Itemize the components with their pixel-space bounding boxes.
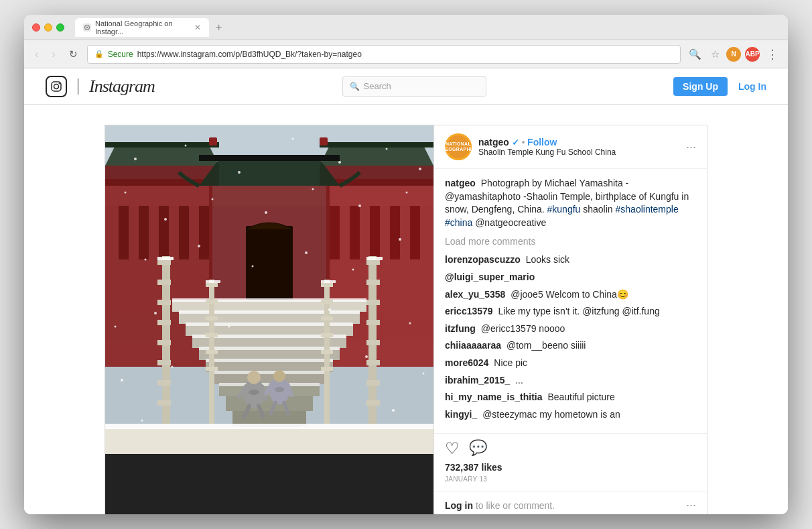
svg-marker-30 xyxy=(199,159,340,186)
commenter-username[interactable]: itzfung xyxy=(445,323,476,334)
svg-rect-25 xyxy=(350,206,360,259)
comment-more-icon[interactable]: ··· xyxy=(686,498,696,512)
comment-icon[interactable]: 💬 xyxy=(469,439,487,458)
address-bar[interactable]: 🔒 Secure https://www.instagram.com/p/Bd3… xyxy=(87,45,681,64)
svg-rect-13 xyxy=(209,137,217,145)
bookmark-icon-button[interactable]: ☆ xyxy=(708,46,722,63)
login-inline-link[interactable]: Log in xyxy=(445,500,473,511)
separator: • xyxy=(522,137,525,147)
caption-username[interactable]: natgeo xyxy=(445,178,476,188)
svg-rect-81 xyxy=(321,283,333,287)
ig-post-comments[interactable]: natgeo Photograph by Michael Yamashita -… xyxy=(434,169,707,433)
ig-post-header-info: natgeo ✓ • Follow Shaolin Temple Kung Fu… xyxy=(478,137,679,157)
commenter-username[interactable]: ericc13579 xyxy=(445,306,493,316)
tab-title: National Geographic on Instagr... xyxy=(95,19,188,36)
back-button[interactable]: ‹ xyxy=(31,46,42,63)
post-username[interactable]: natgeo xyxy=(478,137,509,148)
svg-rect-66 xyxy=(366,320,380,325)
post-more-icon[interactable]: ··· xyxy=(686,140,696,154)
commenter-username[interactable]: hi_my_name_is_thitia xyxy=(445,392,543,402)
login-link[interactable]: Log In xyxy=(738,81,766,92)
forward-button[interactable]: › xyxy=(48,46,59,63)
svg-point-120 xyxy=(252,266,254,268)
ig-header: Instagram 🔍 Search Sign Up Log In xyxy=(24,68,788,105)
svg-point-104 xyxy=(134,158,137,160)
commenter-username[interactable]: kingyi_ xyxy=(445,409,477,420)
svg-point-127 xyxy=(328,308,331,311)
svg-point-131 xyxy=(365,355,368,358)
svg-point-111 xyxy=(125,192,127,194)
new-tab-button[interactable]: + xyxy=(212,21,226,34)
ig-timestamp: JANUARY 13 xyxy=(445,475,696,483)
active-tab[interactable]: National Geographic on Instagr... ✕ xyxy=(75,18,209,37)
svg-point-5 xyxy=(59,82,60,84)
like-icon[interactable]: ♡ xyxy=(445,439,460,458)
svg-rect-63 xyxy=(366,259,380,265)
commenter-username[interactable]: chiiaaaaaraa xyxy=(445,340,501,351)
ig-photo-side xyxy=(105,125,433,514)
ig-logo-divider xyxy=(78,78,78,95)
svg-rect-28 xyxy=(410,206,420,259)
comment-text: @jooe5 Welcom to China😊 xyxy=(511,289,628,300)
ig-caption: natgeo Photograph by Michael Yamashita -… xyxy=(445,177,696,229)
svg-rect-31 xyxy=(199,155,340,161)
svg-rect-61 xyxy=(157,257,174,260)
svg-rect-68 xyxy=(366,360,380,365)
commenter-username[interactable]: more6024 xyxy=(445,357,488,368)
svg-rect-32 xyxy=(246,226,293,300)
ig-main: NATIONALGEOGRAPHIC natgeo ✓ • Follow xyxy=(24,105,788,514)
close-button[interactable] xyxy=(32,23,40,32)
svg-point-4 xyxy=(54,84,59,89)
commenter-username[interactable]: alex_yu_5358 xyxy=(445,289,505,300)
svg-rect-49 xyxy=(206,359,333,362)
ig-post-actions: ♡ 💬 732,387 likes JANUARY 13 xyxy=(434,433,707,491)
browser-tabs: National Geographic on Instagr... ✕ + xyxy=(75,18,780,37)
svg-rect-71 xyxy=(366,257,383,260)
commenter-username[interactable]: lorenzopascuzzo xyxy=(445,254,521,265)
svg-rect-27 xyxy=(390,206,400,259)
comment-5: chiiaaaaaraa @tom__beeno siiiii xyxy=(445,339,696,353)
svg-rect-65 xyxy=(366,300,380,305)
search-placeholder: Search xyxy=(364,81,391,91)
traffic-lights xyxy=(32,23,64,32)
svg-rect-60 xyxy=(157,400,171,406)
svg-point-124 xyxy=(115,326,117,328)
commenter-username[interactable]: @luigi_super_mario xyxy=(445,272,535,282)
login-comment-text: Log in to like or comment. xyxy=(445,500,555,511)
svg-point-109 xyxy=(386,148,388,150)
svg-rect-89 xyxy=(105,424,433,429)
comment-text: ... xyxy=(515,375,523,386)
maximize-button[interactable] xyxy=(56,23,64,32)
natgeo-extension-button[interactable]: N xyxy=(726,47,741,62)
search-icon-button[interactable]: 🔍 xyxy=(686,46,704,63)
commenter-username[interactable]: ibrahim_2015_ xyxy=(445,375,510,386)
load-more-comments[interactable]: Load more comments xyxy=(445,236,696,247)
menu-button[interactable]: ⋮ xyxy=(764,44,781,64)
svg-rect-87 xyxy=(321,280,336,283)
ig-post-details: NATIONALGEOGRAPHIC natgeo ✓ • Follow xyxy=(433,125,707,514)
browser-window: National Geographic on Instagr... ✕ + ‹ … xyxy=(24,15,788,514)
follow-button[interactable]: Follow xyxy=(527,137,557,148)
svg-rect-64 xyxy=(366,280,380,285)
ig-username-row: natgeo ✓ • Follow xyxy=(478,137,679,148)
svg-point-118 xyxy=(145,259,147,261)
comment-text: @ericc13579 noooo xyxy=(481,323,565,334)
svg-rect-55 xyxy=(157,300,171,305)
svg-rect-77 xyxy=(206,350,218,354)
minimize-button[interactable] xyxy=(44,23,52,32)
svg-rect-44 xyxy=(172,298,366,302)
svg-rect-88 xyxy=(105,427,433,454)
svg-point-112 xyxy=(164,218,167,221)
svg-point-105 xyxy=(185,145,187,147)
svg-rect-56 xyxy=(157,320,171,325)
instagram-page: Instagram 🔍 Search Sign Up Log In xyxy=(24,68,788,514)
adblock-extension-button[interactable]: ABP xyxy=(745,47,760,62)
signup-button[interactable]: Sign Up xyxy=(673,77,728,96)
refresh-button[interactable]: ↻ xyxy=(65,46,82,63)
svg-point-92 xyxy=(249,390,259,395)
svg-rect-86 xyxy=(321,367,333,371)
verified-badge-icon: ✓ xyxy=(512,137,519,148)
tab-close-icon[interactable]: ✕ xyxy=(194,23,201,32)
ig-search-box[interactable]: 🔍 Search xyxy=(342,76,486,97)
url-text: https://www.instagram.com/p/Bd3fhUQD_Bk/… xyxy=(137,50,673,59)
